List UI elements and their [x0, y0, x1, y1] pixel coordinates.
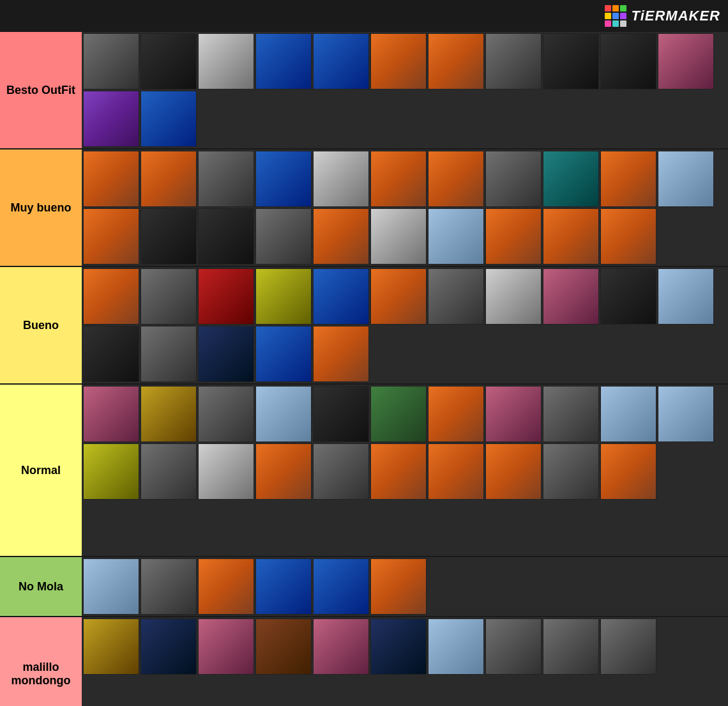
list-item[interactable]	[313, 558, 369, 615]
list-item[interactable]	[313, 33, 369, 89]
list-item[interactable]	[600, 268, 656, 325]
list-item[interactable]	[428, 618, 484, 675]
list-item[interactable]	[198, 33, 254, 89]
list-item[interactable]	[140, 558, 197, 615]
list-item[interactable]	[370, 151, 427, 207]
list-item[interactable]	[485, 618, 542, 675]
list-item[interactable]	[543, 208, 599, 265]
list-item[interactable]	[485, 208, 542, 265]
logo-cell	[620, 13, 626, 19]
list-item[interactable]	[140, 386, 197, 442]
tier-label-muy-bueno: Muy bueno	[0, 150, 82, 266]
list-item[interactable]	[485, 33, 542, 89]
list-item[interactable]	[255, 386, 312, 442]
list-item[interactable]	[428, 443, 484, 500]
header-row: TiERMAKER	[0, 0, 728, 32]
list-item[interactable]	[255, 443, 312, 500]
list-item[interactable]	[140, 268, 197, 325]
list-item[interactable]	[600, 618, 656, 675]
tier-content-malillo	[82, 617, 728, 706]
tier-content-besto	[82, 32, 728, 148]
list-item[interactable]	[370, 208, 427, 265]
logo-grid	[605, 5, 626, 27]
list-item[interactable]	[198, 558, 254, 615]
list-item[interactable]	[255, 558, 312, 615]
list-item[interactable]	[428, 208, 484, 265]
list-item[interactable]	[543, 443, 599, 500]
list-item[interactable]	[140, 618, 197, 675]
list-item[interactable]	[543, 151, 599, 207]
list-item[interactable]	[83, 558, 139, 615]
list-item[interactable]	[313, 443, 369, 500]
list-item[interactable]	[428, 268, 484, 325]
tier-content-normal	[82, 385, 728, 556]
list-item[interactable]	[313, 208, 369, 265]
list-item[interactable]	[658, 268, 714, 325]
tier-content-no-mola	[82, 557, 728, 616]
list-item[interactable]	[198, 326, 254, 382]
list-item[interactable]	[255, 618, 312, 675]
list-item[interactable]	[140, 33, 197, 89]
list-item[interactable]	[83, 208, 139, 265]
list-item[interactable]	[370, 443, 427, 500]
logo-cell	[620, 20, 626, 27]
list-item[interactable]	[313, 326, 369, 382]
list-item[interactable]	[370, 558, 427, 615]
list-item[interactable]	[313, 618, 369, 675]
list-item[interactable]	[428, 151, 484, 207]
list-item[interactable]	[140, 443, 197, 500]
list-item[interactable]	[83, 151, 139, 207]
list-item[interactable]	[600, 208, 656, 265]
list-item[interactable]	[313, 151, 369, 207]
list-item[interactable]	[485, 151, 542, 207]
list-item[interactable]	[255, 208, 312, 265]
tier-row-malillo: malillo mondongo	[0, 617, 728, 706]
list-item[interactable]	[198, 443, 254, 500]
list-item[interactable]	[83, 268, 139, 325]
list-item[interactable]	[370, 268, 427, 325]
list-item[interactable]	[600, 443, 656, 500]
list-item[interactable]	[600, 386, 656, 442]
list-item[interactable]	[255, 33, 312, 89]
list-item[interactable]	[543, 618, 599, 675]
list-item[interactable]	[255, 268, 312, 325]
list-item[interactable]	[140, 151, 197, 207]
list-item[interactable]	[428, 33, 484, 89]
list-item[interactable]	[198, 151, 254, 207]
list-item[interactable]	[543, 268, 599, 325]
list-item[interactable]	[428, 386, 484, 442]
list-item[interactable]	[370, 33, 427, 89]
logo-cell	[612, 20, 619, 27]
list-item[interactable]	[83, 33, 139, 89]
list-item[interactable]	[658, 386, 714, 442]
list-item[interactable]	[255, 151, 312, 207]
list-item[interactable]	[83, 618, 139, 675]
list-item[interactable]	[83, 386, 139, 442]
list-item[interactable]	[485, 268, 542, 325]
list-item[interactable]	[543, 33, 599, 89]
list-item[interactable]	[198, 618, 254, 675]
list-item[interactable]	[83, 326, 139, 382]
list-item[interactable]	[255, 326, 312, 382]
list-item[interactable]	[83, 443, 139, 500]
list-item[interactable]	[658, 151, 714, 207]
list-item[interactable]	[198, 268, 254, 325]
list-item[interactable]	[600, 151, 656, 207]
list-item[interactable]	[313, 386, 369, 442]
list-item[interactable]	[198, 386, 254, 442]
list-item[interactable]	[140, 208, 197, 265]
list-item[interactable]	[140, 91, 197, 147]
tier-row-bueno: Bueno	[0, 267, 728, 385]
list-item[interactable]	[140, 326, 197, 382]
list-item[interactable]	[83, 91, 139, 147]
list-item[interactable]	[370, 386, 427, 442]
list-item[interactable]	[370, 618, 427, 675]
list-item[interactable]	[485, 443, 542, 500]
tier-row-besto: Besto OutFit	[0, 32, 728, 150]
list-item[interactable]	[600, 33, 656, 89]
list-item[interactable]	[658, 33, 714, 89]
list-item[interactable]	[485, 386, 542, 442]
list-item[interactable]	[543, 386, 599, 442]
list-item[interactable]	[313, 268, 369, 325]
list-item[interactable]	[198, 208, 254, 265]
